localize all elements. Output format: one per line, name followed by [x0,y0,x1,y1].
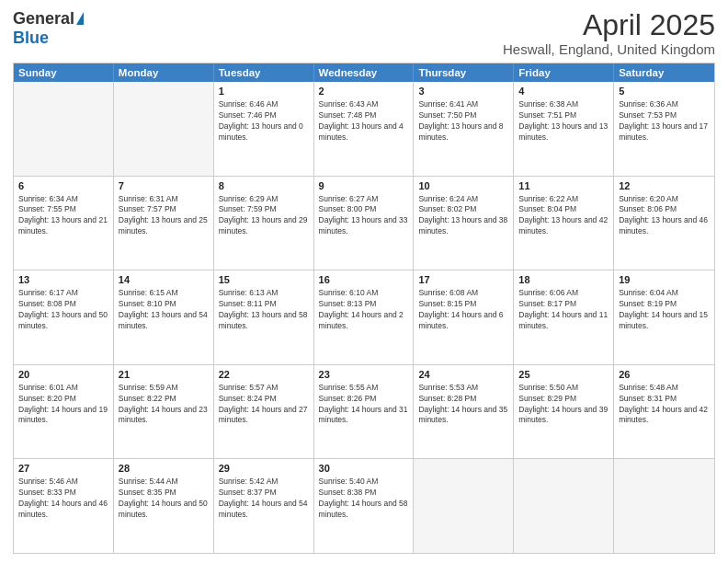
day-number: 14 [119,273,209,287]
day-info: Sunrise: 5:44 AM Sunset: 8:35 PM Dayligh… [119,477,209,521]
calendar: SundayMondayTuesdayWednesdayThursdayFrid… [13,63,715,554]
day-number: 9 [319,179,409,193]
calendar-cell: 2Sunrise: 6:43 AM Sunset: 7:48 PM Daylig… [314,82,415,176]
calendar-cell: 5Sunrise: 6:36 AM Sunset: 7:53 PM Daylig… [614,82,714,176]
day-number: 20 [18,368,108,382]
calendar-cell [614,459,714,553]
day-number: 10 [418,179,508,193]
calendar-row: 6Sunrise: 6:34 AM Sunset: 7:55 PM Daylig… [14,177,714,271]
title-block: April 2025 Heswall, England, United King… [503,9,715,57]
day-info: Sunrise: 5:53 AM Sunset: 8:28 PM Dayligh… [418,383,508,427]
calendar-cell: 14Sunrise: 6:15 AM Sunset: 8:10 PM Dayli… [114,270,214,364]
calendar-cell: 7Sunrise: 6:31 AM Sunset: 7:57 PM Daylig… [114,177,214,270]
day-info: Sunrise: 6:38 AM Sunset: 7:51 PM Dayligh… [518,99,609,144]
day-number: 25 [518,368,609,382]
calendar-day-header: Monday [114,63,214,82]
calendar-cell: 20Sunrise: 6:01 AM Sunset: 8:20 PM Dayli… [14,365,114,459]
calendar-cell: 22Sunrise: 5:57 AM Sunset: 8:24 PM Dayli… [214,365,314,459]
calendar-cell: 28Sunrise: 5:44 AM Sunset: 8:35 PM Dayli… [114,459,214,553]
calendar-cell: 21Sunrise: 5:59 AM Sunset: 8:22 PM Dayli… [114,365,214,459]
calendar-cell: 30Sunrise: 5:40 AM Sunset: 8:38 PM Dayli… [314,459,415,553]
day-info: Sunrise: 6:10 AM Sunset: 8:13 PM Dayligh… [319,288,409,332]
day-info: Sunrise: 6:43 AM Sunset: 7:48 PM Dayligh… [319,99,409,144]
day-info: Sunrise: 5:55 AM Sunset: 8:26 PM Dayligh… [319,383,409,427]
calendar-row: 13Sunrise: 6:17 AM Sunset: 8:08 PM Dayli… [14,270,714,365]
day-number: 26 [619,368,710,382]
calendar-cell [514,459,614,553]
calendar-day-header: Thursday [414,63,514,82]
day-number: 1 [219,85,309,98]
calendar-row: 20Sunrise: 6:01 AM Sunset: 8:20 PM Dayli… [14,365,714,460]
day-info: Sunrise: 6:41 AM Sunset: 7:50 PM Dayligh… [418,99,508,144]
logo-triangle-icon [76,12,84,25]
calendar-cell: 3Sunrise: 6:41 AM Sunset: 7:50 PM Daylig… [414,82,514,176]
day-number: 24 [418,368,508,382]
calendar-cell: 18Sunrise: 6:06 AM Sunset: 8:17 PM Dayli… [514,270,614,364]
day-info: Sunrise: 6:46 AM Sunset: 7:46 PM Dayligh… [219,99,309,144]
day-number: 8 [219,179,309,193]
day-info: Sunrise: 6:27 AM Sunset: 8:00 PM Dayligh… [319,194,409,238]
calendar-cell [114,82,214,176]
calendar-cell: 27Sunrise: 5:46 AM Sunset: 8:33 PM Dayli… [14,459,114,553]
day-info: Sunrise: 5:46 AM Sunset: 8:33 PM Dayligh… [18,477,108,521]
calendar-body: 1Sunrise: 6:46 AM Sunset: 7:46 PM Daylig… [14,82,714,553]
day-number: 27 [18,462,108,476]
day-info: Sunrise: 5:42 AM Sunset: 8:37 PM Dayligh… [219,477,309,521]
day-number: 23 [319,368,409,382]
calendar-day-header: Tuesday [214,63,314,82]
calendar-day-header: Sunday [14,63,114,82]
calendar-cell: 1Sunrise: 6:46 AM Sunset: 7:46 PM Daylig… [214,82,314,176]
day-number: 15 [219,273,309,287]
calendar-cell: 6Sunrise: 6:34 AM Sunset: 7:55 PM Daylig… [14,177,114,270]
calendar-cell: 13Sunrise: 6:17 AM Sunset: 8:08 PM Dayli… [14,270,114,364]
day-info: Sunrise: 6:04 AM Sunset: 8:19 PM Dayligh… [619,288,710,332]
subtitle: Heswall, England, United Kingdom [503,41,715,57]
day-info: Sunrise: 6:36 AM Sunset: 7:53 PM Dayligh… [619,99,710,144]
day-number: 28 [119,462,209,476]
calendar-cell: 11Sunrise: 6:22 AM Sunset: 8:04 PM Dayli… [514,177,614,270]
day-info: Sunrise: 5:57 AM Sunset: 8:24 PM Dayligh… [219,383,309,427]
calendar-cell: 10Sunrise: 6:24 AM Sunset: 8:02 PM Dayli… [414,177,514,270]
day-info: Sunrise: 6:22 AM Sunset: 8:04 PM Dayligh… [518,194,609,238]
day-number: 19 [619,273,710,287]
calendar-cell: 23Sunrise: 5:55 AM Sunset: 8:26 PM Dayli… [314,365,415,459]
calendar-cell: 29Sunrise: 5:42 AM Sunset: 8:37 PM Dayli… [214,459,314,553]
day-info: Sunrise: 5:50 AM Sunset: 8:29 PM Dayligh… [518,383,609,427]
calendar-cell: 19Sunrise: 6:04 AM Sunset: 8:19 PM Dayli… [614,270,714,364]
calendar-cell: 4Sunrise: 6:38 AM Sunset: 7:51 PM Daylig… [514,82,614,176]
day-info: Sunrise: 6:20 AM Sunset: 8:06 PM Dayligh… [619,194,710,238]
calendar-cell: 26Sunrise: 5:48 AM Sunset: 8:31 PM Dayli… [614,365,714,459]
day-info: Sunrise: 6:01 AM Sunset: 8:20 PM Dayligh… [18,383,108,427]
calendar-cell [414,459,514,553]
calendar-cell: 9Sunrise: 6:27 AM Sunset: 8:00 PM Daylig… [314,177,415,270]
calendar-cell: 12Sunrise: 6:20 AM Sunset: 8:06 PM Dayli… [614,177,714,270]
day-number: 22 [219,368,309,382]
day-info: Sunrise: 6:17 AM Sunset: 8:08 PM Dayligh… [18,288,108,332]
day-info: Sunrise: 6:15 AM Sunset: 8:10 PM Dayligh… [119,288,209,332]
calendar-row: 1Sunrise: 6:46 AM Sunset: 7:46 PM Daylig… [14,82,714,177]
calendar-cell: 8Sunrise: 6:29 AM Sunset: 7:59 PM Daylig… [214,177,314,270]
day-info: Sunrise: 6:24 AM Sunset: 8:02 PM Dayligh… [418,194,508,238]
calendar-cell: 17Sunrise: 6:08 AM Sunset: 8:15 PM Dayli… [414,270,514,364]
day-number: 17 [418,273,508,287]
logo: General Blue [13,9,84,48]
day-number: 11 [518,179,609,193]
main-title: April 2025 [503,9,715,41]
calendar-day-header: Friday [514,63,614,82]
day-number: 30 [319,462,409,476]
calendar-cell: 16Sunrise: 6:10 AM Sunset: 8:13 PM Dayli… [314,270,415,364]
calendar-cell: 25Sunrise: 5:50 AM Sunset: 8:29 PM Dayli… [514,365,614,459]
day-info: Sunrise: 5:59 AM Sunset: 8:22 PM Dayligh… [119,383,209,427]
calendar-cell: 15Sunrise: 6:13 AM Sunset: 8:11 PM Dayli… [214,270,314,364]
day-info: Sunrise: 6:08 AM Sunset: 8:15 PM Dayligh… [418,288,508,332]
day-number: 4 [518,85,609,98]
day-number: 29 [219,462,309,476]
day-number: 5 [619,85,710,98]
calendar-cell: 24Sunrise: 5:53 AM Sunset: 8:28 PM Dayli… [414,365,514,459]
day-info: Sunrise: 6:29 AM Sunset: 7:59 PM Dayligh… [219,194,309,238]
day-number: 16 [319,273,409,287]
day-info: Sunrise: 6:34 AM Sunset: 7:55 PM Dayligh… [18,194,108,238]
calendar-header: SundayMondayTuesdayWednesdayThursdayFrid… [14,63,714,82]
day-number: 18 [518,273,609,287]
day-info: Sunrise: 6:13 AM Sunset: 8:11 PM Dayligh… [219,288,309,332]
